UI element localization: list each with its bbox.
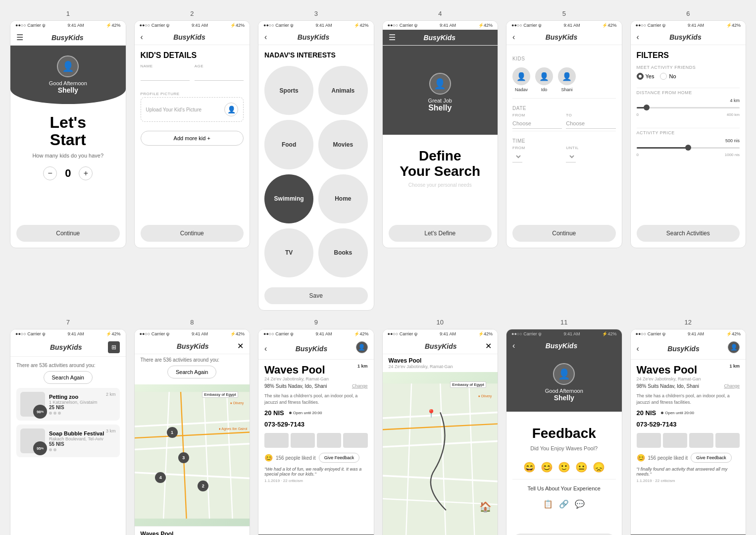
svg-rect-0 [135, 392, 250, 519]
result-dots-2 [49, 448, 116, 451]
copy-icon-11[interactable]: 📋 [543, 499, 553, 509]
result-card-2[interactable]: 95% Soap Bubble Festival Rakach Boulevar… [16, 425, 120, 457]
map-marker-1: 1 [167, 427, 178, 438]
no-option[interactable]: No [660, 73, 676, 80]
interest-books[interactable]: Books [318, 228, 367, 277]
interest-swimming[interactable]: Swimming [264, 174, 313, 223]
time-from-label: FROM [512, 146, 562, 150]
hamburger-icon-1[interactable]: ☰ [16, 33, 23, 42]
logo-2: BusyKids [143, 33, 236, 41]
kid-ido[interactable]: 👤 Ido [535, 67, 553, 92]
screen-number-4: 4 [382, 10, 499, 17]
yes-radio[interactable] [637, 73, 644, 80]
img-thumb-9d [343, 433, 367, 448]
location-pin-10: 📍 [426, 409, 436, 418]
feedback-title-11: Feedback [512, 426, 616, 441]
screen-9: ●●○○ Carrier ψ 9:41 AM ⚡42% ‹ BusyKids 👤… [258, 329, 374, 535]
result-count-7: There are 536 activities around you: [16, 363, 120, 368]
filter-icon-7[interactable]: ⊞ [108, 341, 120, 353]
interest-sports[interactable]: Sports [264, 66, 313, 115]
screen-12: ●●○○ Carrier ψ 9:41 AM ⚡42% ‹ BusyKids 👤… [630, 329, 747, 535]
no-radio[interactable] [660, 73, 667, 80]
dist-thumb[interactable] [644, 105, 650, 110]
phone-12[interactable]: 073-529-7143 [637, 421, 740, 428]
increment-button[interactable]: + [79, 166, 93, 180]
to-label: TO [566, 113, 615, 117]
to-value[interactable]: Choose [566, 118, 615, 129]
screen-6: ●●○○ Carrier ψ 9:41 AM ⚡42% ‹ BusyKids F… [630, 20, 747, 248]
continue-button-2[interactable]: Continue [141, 225, 244, 242]
close-icon-8[interactable]: ✕ [237, 341, 244, 351]
give-feedback-9[interactable]: Give Feedback [319, 453, 360, 463]
from-value[interactable]: Choose [512, 118, 562, 129]
lets-define-button[interactable]: Let's Define [389, 225, 492, 242]
close-icon-10[interactable]: ✕ [485, 341, 492, 351]
hamburger-icon-4[interactable]: ☰ [389, 33, 396, 42]
screen-7: ●●○○ Carrier ψ 9:41 AM ⚡42% BusyKids ⊞ T… [10, 329, 126, 535]
interest-food[interactable]: Food [264, 120, 313, 169]
search-activities-button[interactable]: Search Activities [637, 225, 740, 242]
status-bar-4: ●●○○ Carrier ψ 9:41 AM ⚡42% [383, 21, 498, 30]
change-link-9[interactable]: Change [352, 383, 368, 388]
dist-track[interactable] [637, 107, 740, 108]
search-again-button-7[interactable]: Search Again [44, 371, 93, 384]
carrier-1: ●●○○ Carrier ψ [15, 23, 46, 28]
search-again-button-8[interactable]: Search Again [167, 366, 216, 378]
continue-button-5[interactable]: Continue [512, 225, 616, 242]
interest-movies[interactable]: Movies [318, 120, 367, 169]
emoji-great[interactable]: 😄 [523, 461, 536, 473]
give-feedback-12[interactable]: Give Feedback [691, 453, 732, 463]
good-afternoon-11: Good Afternoon [512, 388, 616, 394]
chat-icon-11[interactable]: 💬 [575, 499, 585, 509]
kid-nadav[interactable]: 👤 Nadav [512, 67, 530, 92]
screen10-top: Waves Pool 24 Ze'ev Jabotinsky, Ramat-Ga… [383, 354, 498, 372]
logo-4: BusyKids [396, 34, 484, 42]
emoji-neutral[interactable]: 😐 [575, 461, 588, 473]
kid-shani[interactable]: 👤 Shani [558, 67, 576, 92]
price-thumb[interactable] [685, 145, 691, 151]
age-input[interactable] [195, 69, 244, 81]
interest-tv[interactable]: TV [264, 228, 313, 277]
likes-row-9: 😊 156 people liked it Give Feedback [264, 453, 368, 463]
continue-button-1[interactable]: Continue [16, 225, 120, 242]
price-labels: 0 1000 nis [637, 153, 740, 157]
img-row-12 [637, 433, 740, 448]
decrement-button[interactable]: − [43, 166, 57, 180]
save-button-3[interactable]: Save [264, 287, 368, 304]
emoji-bad[interactable]: 😞 [593, 461, 605, 473]
screen5-content: KIDS 👤 Nadav 👤 Ido 👤 Shani [506, 45, 622, 225]
change-link-12[interactable]: Change [724, 383, 740, 388]
review-meta-12: 1.1.2019 · 22 criticism [637, 479, 740, 483]
result-card-1[interactable]: 98% Petting zoo 1 Katzanelson, Givataim … [16, 388, 120, 421]
meet-friends-options: Yes No [637, 73, 740, 80]
interest-animals[interactable]: Animals [318, 66, 367, 115]
phone-9[interactable]: 073-529-7143 [264, 421, 368, 428]
screen11-header: 👤 Good Afternoon Shelly [506, 353, 622, 412]
nav-bar-4: ☰ BusyKids [383, 30, 498, 46]
review-text-9: "We had a lot of fun, we really enjoyed … [264, 467, 368, 477]
map-area-10[interactable]: Embassy of Egypt ♦ Olivery 🏠 📍 [383, 372, 498, 535]
emoji-ok[interactable]: 🙂 [558, 461, 570, 473]
status-bar-12: ●●○○ Carrier ψ 9:41 AM ⚡42% [631, 329, 746, 338]
price-slider[interactable]: 500 nis 0 1000 nis [637, 138, 740, 157]
logo-5: BusyKids [515, 33, 607, 41]
avatar-9: 👤 [356, 341, 368, 353]
img-thumb-12d [715, 433, 740, 448]
price-track[interactable] [637, 147, 740, 149]
screen8-top: There are 536 activities around you: Sea… [135, 354, 250, 384]
emoji-good[interactable]: 😊 [541, 461, 553, 473]
price-9: 20 NIS [264, 409, 284, 417]
distance-slider[interactable]: 4 km 0 400 km [637, 98, 740, 117]
likes-row-12: 😊 156 people liked it Give Feedback [637, 453, 740, 463]
time-from-select[interactable] [512, 151, 522, 162]
yes-option[interactable]: Yes [637, 73, 655, 80]
upload-area[interactable]: Upload Your Kid's Picture 👤 [141, 97, 244, 122]
map-area-8[interactable]: 1 2 3 4 Embassy of Egypt ♦ Olivery ♦ Agn… [135, 384, 250, 526]
interest-home[interactable]: Home [318, 174, 367, 223]
link-icon-11[interactable]: 🔗 [559, 499, 569, 509]
price-open-12: 20 NIS Open until 20:00 [637, 409, 740, 417]
add-kid-button[interactable]: Add more kid + [141, 131, 244, 146]
likes-count-9: 156 people liked it [276, 455, 316, 461]
name-input[interactable] [141, 69, 190, 81]
time-until-select[interactable] [566, 151, 576, 162]
